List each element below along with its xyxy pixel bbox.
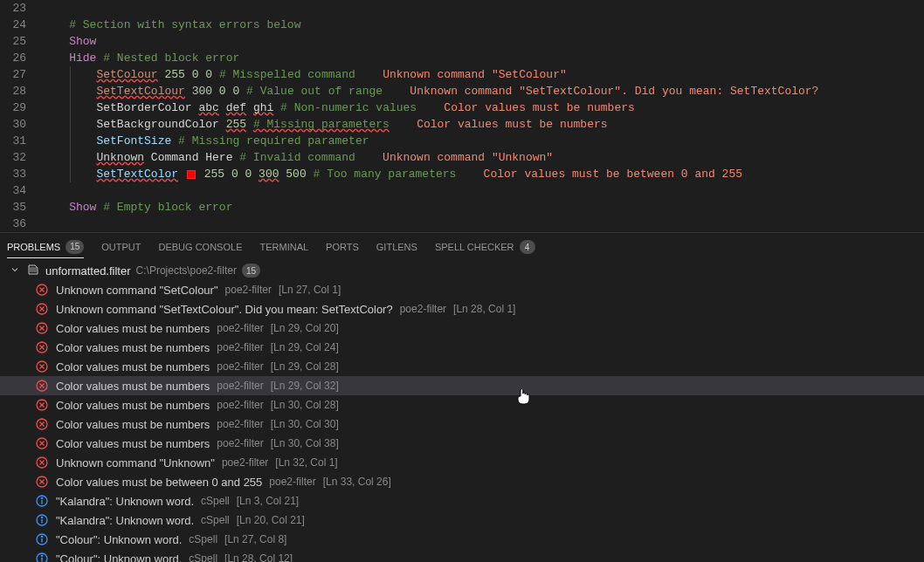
problem-row[interactable]: Unknown command "Unknown"poe2-filter[Ln … xyxy=(0,453,924,472)
line-number: 27 xyxy=(0,66,42,83)
problem-row[interactable]: Color values must be numberspoe2-filter[… xyxy=(0,415,924,434)
color-swatch[interactable] xyxy=(187,170,196,179)
svg-point-40 xyxy=(41,536,43,538)
code-content[interactable]: SetBackgroundColor 255 # Missing paramet… xyxy=(42,116,924,133)
file-problem-count: 15 xyxy=(242,264,260,278)
problem-row[interactable]: Unknown command "SetColour"poe2-filter[L… xyxy=(0,280,924,299)
code-content[interactable]: Unknown Command Here # Invalid command U… xyxy=(42,149,924,166)
problem-source: cSpell xyxy=(201,495,230,507)
problem-row[interactable]: Color values must be between 0 and 255po… xyxy=(0,472,924,491)
problem-location: [Ln 29, Col 20] xyxy=(271,322,339,334)
code-line[interactable]: 25 Show xyxy=(0,33,924,50)
problem-message: "Colour": Unknown word. xyxy=(56,533,182,546)
code-line[interactable]: 33 SetTextColor 255 0 0 300 500 # Too ma… xyxy=(0,166,924,182)
line-number: 36 xyxy=(0,216,42,232)
panel-tabs: Problems15OutputDebug ConsoleTerminalPor… xyxy=(0,232,924,261)
code-line[interactable]: 31 SetFontSize # Missing required parame… xyxy=(0,133,924,149)
problems-file-row[interactable]: unformatted.filter C:\Projects\poe2-filt… xyxy=(0,261,924,280)
problem-source: poe2-filter xyxy=(217,341,263,353)
chevron-down-icon[interactable] xyxy=(9,264,21,278)
panel-tab-problems[interactable]: Problems15 xyxy=(7,236,84,258)
error-icon xyxy=(35,456,49,469)
line-number: 29 xyxy=(0,99,42,116)
code-line[interactable]: 23 xyxy=(0,0,924,17)
svg-point-43 xyxy=(41,555,43,557)
code-content[interactable]: SetBorderColor abc def ghi # Non-numeric… xyxy=(42,99,924,116)
problem-row[interactable]: Color values must be numberspoe2-filter[… xyxy=(0,319,924,338)
code-content[interactable]: Show # Empty block error xyxy=(42,199,924,216)
code-line[interactable]: 34 xyxy=(0,182,924,199)
line-number: 35 xyxy=(0,199,42,216)
problem-source: poe2-filter xyxy=(217,360,263,373)
error-icon xyxy=(35,417,49,431)
code-content[interactable]: SetTextColour 300 0 0 # Value out of ran… xyxy=(42,83,924,99)
code-content[interactable]: SetTextColor 255 0 0 300 500 # Too many … xyxy=(42,166,924,182)
problem-row[interactable]: Color values must be numberspoe2-filter[… xyxy=(0,434,924,453)
problem-location: [Ln 28, Col 12] xyxy=(224,552,293,562)
code-content[interactable]: # Section with syntax errors below xyxy=(42,17,924,33)
problem-row[interactable]: Color values must be numberspoe2-filter[… xyxy=(0,376,924,395)
line-number: 28 xyxy=(0,83,42,99)
problem-location: [Ln 29, Col 24] xyxy=(271,341,339,353)
line-number: 23 xyxy=(0,0,42,17)
problem-row[interactable]: "Kalandra": Unknown word.cSpell[Ln 3, Co… xyxy=(0,491,924,511)
file-name: unformatted.filter xyxy=(45,264,131,278)
problem-row[interactable]: Unknown command "SetTextColour". Did you… xyxy=(0,299,924,319)
code-content[interactable]: Hide # Nested block error xyxy=(42,50,924,66)
code-line[interactable]: 26 Hide # Nested block error xyxy=(0,50,924,66)
problem-source: poe2-filter xyxy=(217,437,263,449)
code-line[interactable]: 29 SetBorderColor abc def ghi # Non-nume… xyxy=(0,99,924,116)
code-content[interactable] xyxy=(42,216,924,232)
line-number: 26 xyxy=(0,50,42,66)
problem-message: Color values must be numbers xyxy=(56,380,210,393)
problem-location: [Ln 30, Col 28] xyxy=(271,399,339,411)
panel-tab-gitlens[interactable]: GitLens xyxy=(376,238,417,256)
svg-point-34 xyxy=(41,497,43,499)
problem-source: cSpell xyxy=(189,552,217,562)
problem-row[interactable]: "Colour": Unknown word.cSpell[Ln 27, Col… xyxy=(0,530,924,549)
error-icon xyxy=(35,475,49,489)
code-content[interactable]: SetColour 255 0 0 # Misspelled command U… xyxy=(42,66,924,83)
code-line[interactable]: 32 Unknown Command Here # Invalid comman… xyxy=(0,149,924,166)
line-number: 30 xyxy=(0,116,42,133)
problem-location: [Ln 30, Col 30] xyxy=(271,418,339,430)
error-icon xyxy=(35,360,49,374)
code-editor[interactable]: 2324 # Section with syntax errors below2… xyxy=(0,0,924,232)
problem-row[interactable]: "Kalandra": Unknown word.cSpell[Ln 20, C… xyxy=(0,511,924,530)
error-icon xyxy=(35,436,49,450)
problem-row[interactable]: Color values must be numberspoe2-filter[… xyxy=(0,357,924,376)
panel-tab-ports[interactable]: Ports xyxy=(326,238,359,256)
file-path: C:\Projects\poe2-filter xyxy=(136,264,237,277)
panel-tab-output[interactable]: Output xyxy=(101,238,141,256)
code-content[interactable] xyxy=(42,0,924,17)
code-content[interactable]: SetFontSize # Missing required parameter xyxy=(42,133,924,149)
error-icon xyxy=(35,398,49,412)
error-icon xyxy=(35,379,49,393)
code-line[interactable]: 27 SetColour 255 0 0 # Misspelled comman… xyxy=(0,66,924,83)
problem-source: poe2-filter xyxy=(400,303,446,315)
problem-source: poe2-filter xyxy=(225,284,272,296)
panel-tab-spell-checker[interactable]: Spell Checker4 xyxy=(435,236,535,257)
problem-message: "Kalandra": Unknown word. xyxy=(56,514,194,527)
problem-row[interactable]: Color values must be numberspoe2-filter[… xyxy=(0,338,924,357)
problem-location: [Ln 20, Col 21] xyxy=(237,514,305,526)
problem-row[interactable]: Color values must be numberspoe2-filter[… xyxy=(0,395,924,415)
panel-tab-terminal[interactable]: Terminal xyxy=(259,238,308,256)
code-line[interactable]: 30 SetBackgroundColor 255 # Missing para… xyxy=(0,116,924,133)
code-line[interactable]: 28 SetTextColour 300 0 0 # Value out of … xyxy=(0,83,924,99)
problem-location: [Ln 32, Col 1] xyxy=(275,456,337,469)
code-line[interactable]: 36 xyxy=(0,216,924,232)
code-line[interactable]: 24 # Section with syntax errors below xyxy=(0,17,924,33)
problem-source: poe2-filter xyxy=(217,418,263,430)
problem-message: "Colour": Unknown word. xyxy=(56,552,182,563)
code-content[interactable]: Show xyxy=(42,33,924,50)
badge: 4 xyxy=(520,240,535,254)
problems-panel[interactable]: unformatted.filter C:\Projects\poe2-filt… xyxy=(0,261,924,562)
problem-message: Color values must be numbers xyxy=(56,341,210,354)
error-icon xyxy=(35,321,49,335)
problem-location: [Ln 29, Col 32] xyxy=(271,380,339,392)
panel-tab-debug-console[interactable]: Debug Console xyxy=(159,238,243,256)
code-line[interactable]: 35 Show # Empty block error xyxy=(0,199,924,216)
problem-row[interactable]: "Colour": Unknown word.cSpell[Ln 28, Col… xyxy=(0,549,924,562)
code-content[interactable] xyxy=(42,182,924,199)
